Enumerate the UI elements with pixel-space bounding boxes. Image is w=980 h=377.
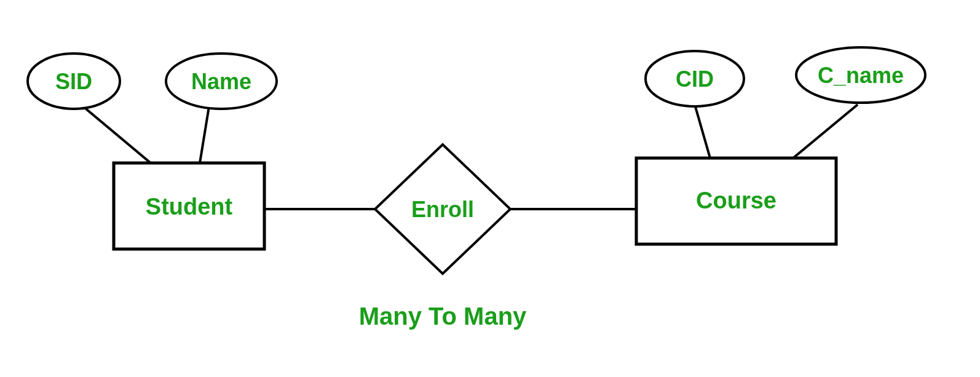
diagram-caption: Many To Many	[338, 303, 547, 330]
attribute-sid-label: SID	[43, 69, 105, 95]
entity-course-label: Course	[676, 188, 796, 214]
relationship-enroll-label: Enroll	[406, 197, 480, 223]
attribute-name-label: Name	[184, 69, 258, 95]
connector-cname-course	[793, 105, 858, 158]
connector-sid-student	[83, 106, 151, 163]
connector-cid-course	[695, 105, 710, 158]
attribute-cname-label: C_name	[805, 63, 916, 89]
attribute-cid-label: CID	[664, 66, 725, 92]
entity-student-label: Student	[138, 194, 240, 220]
connector-name-student	[200, 106, 209, 163]
